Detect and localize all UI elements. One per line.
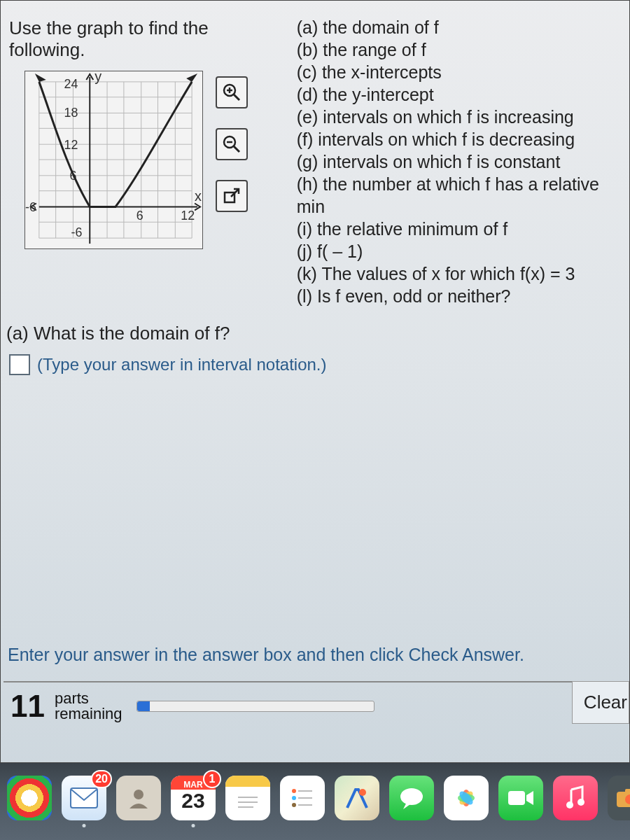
x-tick-neg6: -6 bbox=[25, 200, 36, 214]
graph-container: -6 6 12 6 12 18 24 -6 y x bbox=[24, 71, 203, 252]
y-tick-24: 24 bbox=[64, 77, 78, 91]
dock-chrome[interactable] bbox=[7, 776, 52, 820]
mail-icon bbox=[70, 788, 98, 808]
question-page: Use the graph to find the following. bbox=[0, 0, 630, 763]
dock-music[interactable] bbox=[553, 776, 598, 820]
dock-mail[interactable]: 20 bbox=[62, 776, 106, 820]
answer-input[interactable] bbox=[9, 354, 30, 375]
y-tick-neg6: -6 bbox=[71, 225, 82, 239]
top-row: Use the graph to find the following. bbox=[4, 13, 629, 307]
reminders-icon bbox=[288, 784, 316, 812]
contacts-icon bbox=[127, 786, 150, 810]
svg-point-46 bbox=[400, 788, 423, 805]
dock-reminders[interactable] bbox=[280, 776, 325, 820]
calendar-badge: 1 bbox=[203, 770, 221, 788]
x-tick-6: 6 bbox=[136, 209, 144, 223]
svg-rect-34 bbox=[71, 788, 97, 808]
zoom-in-button[interactable] bbox=[216, 76, 248, 108]
music-icon bbox=[564, 785, 587, 811]
question-a-text: (a) What is the domain of f? bbox=[6, 323, 629, 344]
y-axis-label: y bbox=[94, 71, 102, 84]
svg-point-43 bbox=[292, 803, 296, 807]
parts-count: 11 bbox=[10, 689, 45, 724]
maps-icon bbox=[343, 784, 371, 812]
subpart-a: (a) the domain of f bbox=[297, 16, 629, 38]
dock-photobooth[interactable] bbox=[608, 776, 630, 820]
svg-marker-24 bbox=[186, 74, 197, 82]
subpart-g: (g) intervals on which f is constant bbox=[297, 150, 629, 173]
facetime-icon bbox=[507, 788, 535, 808]
x-tick-12: 12 bbox=[181, 209, 195, 223]
parts-label: parts remaining bbox=[55, 691, 122, 722]
y-tick-12: 12 bbox=[64, 138, 78, 152]
svg-marker-23 bbox=[35, 74, 46, 82]
subpart-j: (j) f( – 1) bbox=[297, 240, 629, 262]
popout-button[interactable] bbox=[216, 180, 248, 212]
subpart-b: (b) the range of f bbox=[297, 38, 629, 61]
clear-button[interactable]: Clear bbox=[572, 681, 629, 724]
y-tick-18: 18 bbox=[64, 106, 78, 120]
mail-badge: 20 bbox=[91, 770, 112, 788]
svg-point-35 bbox=[134, 790, 144, 799]
instruction-text: Use the graph to find the following. bbox=[4, 13, 290, 66]
photos-icon bbox=[451, 783, 481, 813]
answer-row: (Type your answer in interval notation.) bbox=[9, 354, 629, 375]
dock-calendar[interactable]: MAR 23 1 bbox=[171, 776, 216, 820]
x-axis-label: x bbox=[195, 188, 202, 204]
dock-facetime[interactable] bbox=[498, 776, 543, 820]
messages-icon bbox=[398, 785, 426, 811]
notes-icon bbox=[234, 793, 262, 811]
dock-messages[interactable] bbox=[389, 776, 434, 820]
zoom-out-button[interactable] bbox=[216, 128, 248, 160]
graph-and-tools: -6 6 12 6 12 18 24 -6 y x bbox=[24, 71, 290, 252]
dock-notes[interactable] bbox=[225, 776, 270, 820]
svg-rect-57 bbox=[625, 789, 630, 793]
subpart-d: (d) the y-intercept bbox=[297, 83, 629, 106]
subpart-f: (f) intervals on which f is decreasing bbox=[297, 128, 629, 150]
subpart-e: (e) intervals on which f is increasing bbox=[297, 106, 629, 128]
subpart-h: (h) the number at which f has a relative… bbox=[297, 173, 629, 218]
svg-rect-51 bbox=[508, 791, 525, 805]
subpart-k: (k) The values of x for which f(x) = 3 bbox=[297, 262, 629, 285]
dock-contacts[interactable] bbox=[116, 776, 161, 820]
svg-point-45 bbox=[359, 789, 366, 796]
svg-line-26 bbox=[234, 94, 239, 100]
graph-toolbar bbox=[216, 76, 248, 212]
photobooth-icon bbox=[615, 788, 630, 808]
parts-remaining-row: 11 parts remaining Clear bbox=[4, 681, 629, 726]
progress-fill bbox=[137, 701, 150, 711]
zoom-in-icon bbox=[222, 83, 241, 102]
enter-note: Enter your answer in the answer box and … bbox=[4, 645, 629, 665]
calendar-month: MAR bbox=[183, 780, 202, 790]
progress-bar bbox=[136, 701, 374, 712]
subpart-c: (c) the x-intercepts bbox=[297, 61, 629, 83]
svg-point-41 bbox=[292, 796, 296, 800]
zoom-out-icon bbox=[222, 134, 241, 154]
macos-dock: 20 MAR 23 1 bbox=[0, 763, 630, 840]
subpart-l: (l) Is f even, odd or neither? bbox=[297, 285, 629, 307]
dock-photos[interactable] bbox=[444, 776, 489, 820]
subpart-i: (i) the relative minimum of f bbox=[297, 218, 629, 240]
popout-icon bbox=[223, 187, 241, 205]
calendar-day: 23 bbox=[181, 789, 204, 813]
svg-point-53 bbox=[578, 799, 584, 806]
function-graph: -6 6 12 6 12 18 24 -6 y x bbox=[24, 71, 203, 249]
svg-point-39 bbox=[292, 789, 296, 793]
answer-hint: (Type your answer in interval notation.) bbox=[37, 355, 327, 374]
dock-maps[interactable] bbox=[335, 776, 379, 820]
svg-line-30 bbox=[234, 146, 239, 152]
subparts-list: (a) the domain of f (b) the range of f (… bbox=[297, 13, 629, 307]
